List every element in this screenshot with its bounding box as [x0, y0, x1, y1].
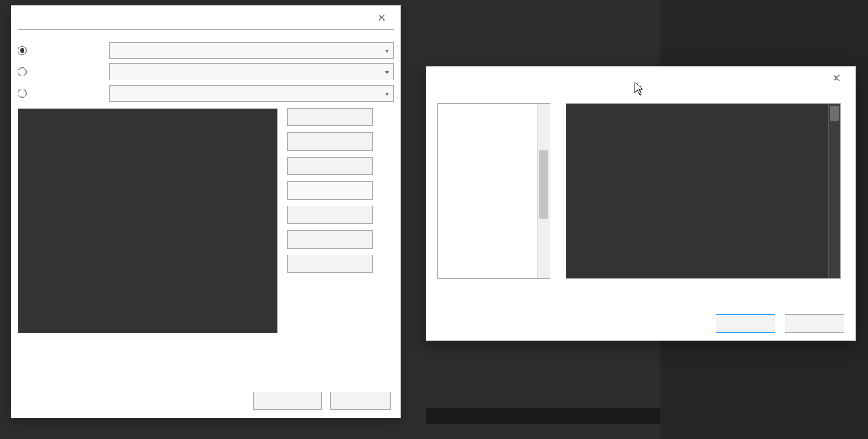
categories-list[interactable]	[437, 103, 550, 279]
add-command-button[interactable]	[287, 108, 373, 126]
customize-footer	[11, 392, 400, 418]
close-icon[interactable]: ✕	[370, 8, 394, 27]
customize-buttons	[287, 108, 373, 333]
preview-list[interactable]	[18, 108, 278, 333]
customize-titlebar: ✕	[11, 6, 400, 29]
commands-list[interactable]	[566, 103, 841, 279]
status-bar	[426, 408, 660, 424]
toolbar-dropdown[interactable]	[109, 63, 394, 80]
reset-all-button[interactable]	[287, 255, 373, 273]
menubar-dropdown[interactable]	[109, 42, 394, 59]
modify-selection-button[interactable]	[287, 230, 373, 249]
ok-button[interactable]	[716, 314, 775, 333]
contextmenu-dropdown[interactable]	[109, 85, 394, 102]
help-button[interactable]	[345, 8, 370, 27]
customize-dialog: ✕	[11, 5, 401, 418]
delete-button[interactable]	[287, 157, 373, 175]
commands-panel	[18, 29, 394, 385]
addcmd-footer	[426, 307, 855, 340]
close-button[interactable]	[330, 392, 391, 410]
cancel-button[interactable]	[785, 314, 844, 333]
move-up-button[interactable]	[287, 181, 373, 200]
help-button[interactable]	[800, 69, 824, 87]
move-down-button[interactable]	[287, 206, 373, 224]
radio-contextmenu[interactable]	[18, 89, 27, 98]
keyboard-button[interactable]	[253, 392, 322, 410]
commands-scrollbar[interactable]	[828, 104, 840, 278]
radio-menubar[interactable]	[18, 46, 27, 55]
categories-scrollbar[interactable]	[537, 104, 550, 278]
close-icon[interactable]: ✕	[824, 69, 849, 87]
add-command-dialog: ✕	[426, 66, 856, 341]
radio-toolbar[interactable]	[18, 67, 27, 76]
cursor-icon	[634, 81, 646, 99]
add-menu-button[interactable]	[287, 132, 373, 151]
